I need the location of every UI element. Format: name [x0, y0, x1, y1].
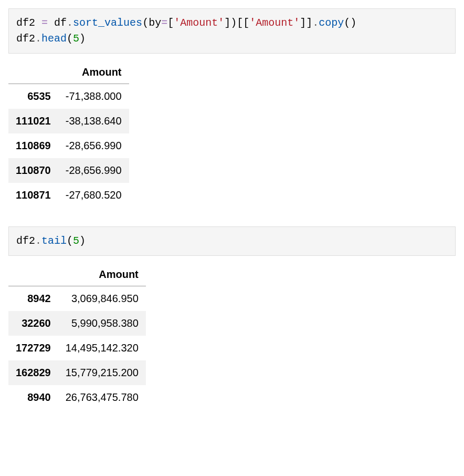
- code-token: [48, 17, 54, 29]
- code-token: df2: [16, 17, 35, 29]
- code-token: 5: [73, 33, 79, 45]
- row-index: 110871: [8, 183, 58, 208]
- table-row: 110869 -28,656.990: [8, 133, 129, 158]
- blank-header: [8, 61, 58, 84]
- row-index: 111021: [8, 109, 58, 133]
- code-token: 5: [73, 235, 79, 247]
- row-index: 110869: [8, 133, 58, 158]
- code-cell-2: df2.tail(5): [8, 226, 456, 256]
- code-token: .: [67, 17, 73, 29]
- table-row: 110870 -28,656.990: [8, 158, 129, 183]
- row-index: 172729: [8, 336, 58, 360]
- blank-header: [8, 263, 58, 286]
- code-token: 'Amount': [174, 17, 224, 29]
- code-token: .: [35, 33, 41, 45]
- cell-amount: -38,138.640: [58, 109, 129, 133]
- cell-amount: -71,388.000: [58, 84, 129, 109]
- dataframe-table-2: Amount 8942 3,069,846.950 32260 5,990,95…: [8, 263, 146, 410]
- code-token: .: [312, 17, 319, 29]
- column-header-amount: Amount: [58, 263, 146, 286]
- code-token: =: [41, 17, 48, 29]
- row-index: 110870: [8, 158, 58, 183]
- cell-amount: 5,990,958.380: [58, 311, 146, 336]
- row-index: 6535: [8, 84, 58, 109]
- cell-amount: 3,069,846.950: [58, 286, 146, 312]
- code-token: ]]: [300, 17, 312, 29]
- table-row: 110871 -27,680.520: [8, 183, 129, 208]
- code-token: df2: [16, 33, 35, 45]
- column-header-amount: Amount: [58, 61, 129, 84]
- code-token: ): [79, 33, 86, 45]
- output-2: Amount 8942 3,069,846.950 32260 5,990,95…: [8, 263, 456, 410]
- code-token: 'Amount': [249, 17, 300, 29]
- code-token: ): [350, 17, 356, 29]
- code-token: df2: [16, 235, 35, 247]
- row-index: 32260: [8, 311, 58, 336]
- code-token: =: [161, 17, 167, 29]
- row-index: 162829: [8, 360, 58, 385]
- code-token: ): [79, 235, 86, 247]
- cell-amount: -27,680.520: [58, 183, 129, 208]
- code-token: tail: [41, 235, 67, 247]
- cell-amount: -28,656.990: [58, 133, 129, 158]
- row-index: 8942: [8, 286, 58, 312]
- code-token: (: [67, 33, 73, 45]
- code-token: (: [142, 17, 149, 29]
- table-row: 8940 26,763,475.780: [8, 385, 146, 410]
- row-index: 8940: [8, 385, 58, 410]
- code-token: [35, 17, 41, 29]
- cell-amount: 15,779,215.200: [58, 360, 146, 385]
- cell-amount: 14,495,142.320: [58, 336, 146, 360]
- code-token: .: [35, 235, 41, 247]
- cell-amount: 26,763,475.780: [58, 385, 146, 410]
- code-token: by: [149, 17, 161, 29]
- table-row: 8942 3,069,846.950: [8, 286, 146, 312]
- code-token: [: [167, 17, 174, 29]
- code-token: df: [54, 17, 67, 29]
- code-token: ): [230, 17, 237, 29]
- code-token: (: [67, 235, 73, 247]
- table-row: 172729 14,495,142.320: [8, 336, 146, 360]
- table-row: 32260 5,990,958.380: [8, 311, 146, 336]
- code-cell-1: df2 = df.sort_values(by=['Amount'])[['Am…: [8, 8, 456, 54]
- code-token: ]: [224, 17, 230, 29]
- code-token: sort_values: [73, 17, 142, 29]
- table-row: 162829 15,779,215.200: [8, 360, 146, 385]
- code-token: [[: [237, 17, 249, 29]
- table-row: 111021 -38,138.640: [8, 109, 129, 133]
- code-token: copy: [319, 17, 344, 29]
- output-1: Amount 6535 -71,388.000 111021 -38,138.6…: [8, 61, 456, 208]
- dataframe-table-1: Amount 6535 -71,388.000 111021 -38,138.6…: [8, 61, 129, 208]
- table-row: 6535 -71,388.000: [8, 84, 129, 109]
- code-token: head: [41, 33, 67, 45]
- code-token: (: [344, 17, 350, 29]
- cell-amount: -28,656.990: [58, 158, 129, 183]
